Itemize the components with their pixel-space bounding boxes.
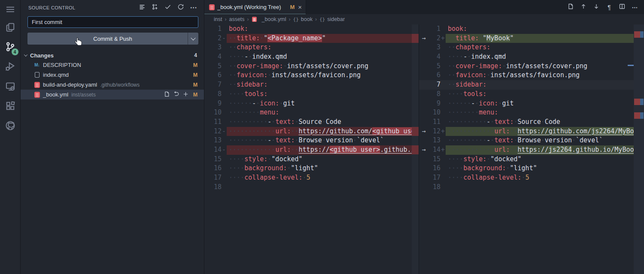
source-control-header: SOURCE CONTROL ⋯	[21, 0, 204, 15]
diff-line-original-4[interactable]: 4····-·index.qmd	[204, 52, 419, 62]
activity-item-source-control[interactable]: 4	[0, 38, 21, 57]
diff-line-modified-2[interactable]: →2+··title:·"MyBook"	[419, 34, 644, 43]
file-row-description[interactable]: M↓DESCRIPTIONM	[21, 60, 204, 70]
activity-item-extensions[interactable]	[0, 97, 21, 117]
previous-change-button[interactable]	[579, 3, 588, 12]
arrow-gutter	[419, 71, 428, 80]
line-number: 4	[204, 52, 227, 62]
more-actions-button[interactable]: ⋯	[189, 3, 198, 12]
more-actions-button[interactable]: ⋯	[630, 3, 640, 12]
view-as-list-button[interactable]	[138, 3, 146, 12]
diff-line-original-14[interactable]: 14-············url:··https://<github_use…	[204, 145, 419, 155]
diff-line-original-3[interactable]: 3··chapters:	[204, 43, 419, 52]
diff-line-original-12[interactable]: 12-············url:··https://github.com/…	[204, 127, 419, 136]
diff-line-modified-5[interactable]: 5··cover-image:·inst/assets/cover.png	[419, 62, 644, 71]
toggle-whitespace-button[interactable]: ¶	[605, 3, 614, 12]
line-number: 10	[428, 108, 446, 117]
code-text: ··cover-image:·inst/assets/cover.png	[227, 62, 419, 71]
split-editor-button[interactable]	[617, 3, 627, 12]
diff-editor: 1book:2-··title:·"<Package_name>"3··chap…	[204, 24, 644, 274]
next-change-button[interactable]	[592, 3, 601, 12]
diff-line-modified-3[interactable]: 3··chapters:	[419, 43, 644, 52]
diff-line-original-13[interactable]: 13··········-·text:·Browse·version·`deve…	[204, 136, 419, 145]
diff-revert-arrow-icon[interactable]: →	[419, 127, 428, 136]
diff-line-modified-15[interactable]: 15····style:·"docked"	[419, 155, 644, 164]
diff-line-modified-7[interactable]: 7··sidebar:	[419, 80, 644, 90]
commit-options-dropdown[interactable]	[188, 33, 198, 45]
diff-line-original-5[interactable]: 5··cover-image:·inst/assets/cover.png	[204, 62, 419, 71]
diff-line-modified-17[interactable]: 17····collapse-level:·5	[419, 173, 644, 183]
activity-item-explorer[interactable]	[0, 18, 21, 38]
diff-line-modified-6[interactable]: 6··favicon:·inst/assets/favicon.png	[419, 71, 644, 80]
diff-line-original-7[interactable]: 7··sidebar:	[204, 80, 419, 90]
code-text: ··········-·text:·Source·Code	[446, 117, 644, 127]
diff-line-original-18[interactable]: 18	[204, 183, 419, 192]
modified-badge: M	[192, 92, 198, 98]
file-row-build-and-deploy-yaml[interactable]: build-and-deploy.yaml.github/workflowsM	[21, 80, 204, 90]
commit-and-push-button[interactable]: Commit & Push	[27, 33, 198, 45]
diff-line-modified-4[interactable]: 4····-·index.qmd	[419, 52, 644, 62]
diff-line-original-11[interactable]: 11··········-·text:·Source·Code	[204, 117, 419, 127]
code-text: ············url:··https://github.com/js2…	[446, 127, 644, 136]
arrow-gutter	[419, 173, 428, 183]
diff-line-modified-13[interactable]: 13··········-·text:·Browse·version·`deve…	[419, 136, 644, 145]
commit-button[interactable]	[164, 3, 172, 12]
arrow-gutter	[419, 108, 428, 117]
diff-line-original-6[interactable]: 6··favicon:·inst/assets/favicon.png	[204, 71, 419, 80]
commit-message-input[interactable]	[27, 16, 198, 28]
diff-line-modified-10[interactable]: 10········menu:	[419, 108, 644, 117]
breadcrumb-item--book-yml[interactable]: _book.yml	[252, 16, 286, 22]
code-text: ··title:·"<Package_name>"	[227, 34, 419, 43]
activity-item-remote-explorer[interactable]	[0, 77, 21, 97]
arrow-gutter	[419, 24, 428, 34]
overview-ruler-modified[interactable]	[634, 24, 644, 274]
source-control-graph-button[interactable]	[151, 3, 159, 12]
close-icon[interactable]: ×	[298, 4, 302, 10]
diff-revert-arrow-icon[interactable]: →	[419, 34, 428, 43]
code-text	[446, 183, 644, 192]
line-number: 4	[428, 52, 446, 62]
refresh-button[interactable]	[176, 3, 185, 12]
code-text: ····style:·"docked"	[227, 155, 419, 164]
file-row-index-qmd[interactable]: index.qmdM	[21, 70, 204, 80]
diff-line-original-16[interactable]: 16····background:·"light"	[204, 164, 419, 173]
code-text: ··sidebar:	[446, 80, 644, 90]
diff-line-modified-18[interactable]: 18	[419, 183, 644, 192]
changes-section-header[interactable]: Changes 4	[21, 51, 204, 60]
diff-line-modified-12[interactable]: →12+············url:··https://github.com…	[419, 127, 644, 136]
activity-item-menu[interactable]	[0, 3, 21, 18]
overview-ruler-original[interactable]	[412, 24, 419, 274]
tab-book-yml-working-tree[interactable]: _book.yml (Working Tree) M ×	[204, 0, 306, 14]
diff-line-original-15[interactable]: 15····style:·"docked"	[204, 155, 419, 164]
breadcrumb-item-sidebar[interactable]: {}sidebar	[319, 16, 345, 22]
activity-item-github[interactable]	[0, 117, 21, 136]
diff-line-modified-9[interactable]: 9······-·icon:·git	[419, 99, 644, 108]
diff-original-pane[interactable]: 1book:2-··title:·"<Package_name>"3··chap…	[204, 24, 419, 274]
diff-revert-arrow-icon[interactable]: →	[419, 145, 428, 155]
code-text: ····tools:	[227, 90, 419, 99]
diff-line-original-1[interactable]: 1book:	[204, 24, 419, 34]
diff-line-original-17[interactable]: 17····collapse-level:·5	[204, 173, 419, 183]
discard-changes-button[interactable]	[173, 91, 179, 99]
breadcrumb-item-book[interactable]: {}book	[293, 16, 313, 22]
open-file-button[interactable]	[566, 3, 575, 12]
open-file-button[interactable]	[164, 91, 170, 99]
diff-line-modified-16[interactable]: 16····background:·"light"	[419, 164, 644, 173]
activity-item-run-debug[interactable]	[0, 57, 21, 77]
file-row--book-yml[interactable]: _book.ymlinst/assetsM	[21, 90, 204, 99]
diff-line-modified-8[interactable]: 8····tools:	[419, 90, 644, 99]
diff-line-modified-11[interactable]: 11··········-·text:·Source·Code	[419, 117, 644, 127]
diff-modified-pane[interactable]: 1book:→2+··title:·"MyBook"3··chapters:4·…	[419, 24, 644, 274]
breadcrumb-item-inst[interactable]: inst	[214, 16, 222, 22]
breadcrumb-item-assets[interactable]: assets	[229, 16, 244, 22]
symbol-icon: {}	[319, 17, 325, 22]
diff-line-original-10[interactable]: 10········menu:	[204, 108, 419, 117]
diff-line-original-2[interactable]: 2-··title:·"<Package_name>"	[204, 34, 419, 43]
ellipsis-icon: ⋯	[632, 4, 638, 11]
diff-line-modified-1[interactable]: 1book:	[419, 24, 644, 34]
diff-line-original-8[interactable]: 8····tools:	[204, 90, 419, 99]
stage-changes-button[interactable]	[182, 91, 189, 99]
diff-line-modified-14[interactable]: →14+············url:··https://js2264.git…	[419, 145, 644, 155]
diff-line-original-9[interactable]: 9······-·icon:·git	[204, 99, 419, 108]
code-text: ··chapters:	[227, 43, 419, 52]
